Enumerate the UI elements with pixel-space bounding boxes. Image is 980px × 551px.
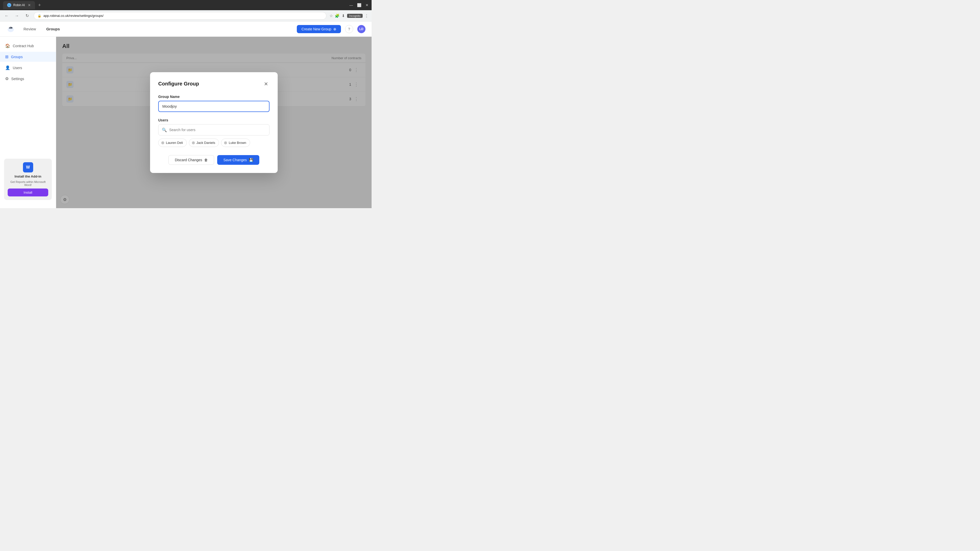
search-input-wrapper: 🔍 bbox=[158, 124, 269, 135]
close-icon[interactable]: ✕ bbox=[366, 3, 369, 7]
refresh-button[interactable]: ↻ bbox=[24, 12, 30, 19]
sidebar-item-groups[interactable]: ⊞ Groups bbox=[0, 52, 56, 62]
plus-icon: ⊕ bbox=[333, 27, 336, 31]
save-changes-label: Save Changes bbox=[223, 158, 247, 162]
create-new-group-label: Create New Group bbox=[301, 27, 331, 31]
users-icon: 👤 bbox=[5, 65, 10, 70]
users-label: Users bbox=[158, 118, 269, 122]
tab-title: Robin AI bbox=[13, 3, 25, 7]
content-area: All Priva... Number of contracts 📁 0 ⋮ 📁 bbox=[56, 37, 372, 208]
addon-card: W Install the Add-in Get Reports within … bbox=[4, 159, 52, 200]
app-header: Review Groups Create New Group ⊕ ? LD bbox=[0, 21, 372, 37]
app-nav: Review Groups bbox=[21, 26, 62, 32]
user-tag-luke-brown-label: Luke Brown bbox=[229, 141, 246, 144]
minimize-icon[interactable]: — bbox=[349, 3, 353, 7]
active-tab[interactable]: 🐦 Robin AI ✕ bbox=[3, 1, 35, 9]
sidebar-item-users[interactable]: 👤 Users bbox=[0, 63, 56, 73]
groups-icon: ⊞ bbox=[5, 54, 8, 59]
new-tab-button[interactable]: + bbox=[36, 2, 43, 9]
addon-description: Get Reports within Microsoft Word! bbox=[8, 180, 48, 186]
lock-icon: 🔒 bbox=[38, 14, 41, 17]
modal-actions: Discard Changes 🗑 Save Changes 💾 bbox=[158, 155, 269, 165]
create-new-group-button[interactable]: Create New Group ⊕ bbox=[297, 25, 341, 33]
sidebar-item-groups-label: Groups bbox=[11, 55, 23, 59]
group-name-form-group: Group Name bbox=[158, 95, 269, 112]
remove-luke-brown-icon[interactable]: ⊗ bbox=[224, 140, 227, 145]
user-tag-jack-daniels[interactable]: ⊗ Jack Daniels bbox=[189, 138, 219, 147]
help-button[interactable]: ? bbox=[345, 25, 353, 33]
bookmark-icon[interactable]: ☆ bbox=[329, 14, 333, 18]
search-icon: 🔍 bbox=[162, 127, 167, 132]
window-controls: — ⬜ ✕ bbox=[349, 3, 369, 7]
group-name-label: Group Name bbox=[158, 95, 269, 99]
maximize-icon[interactable]: ⬜ bbox=[357, 3, 361, 7]
extensions-icon[interactable]: 🧩 bbox=[335, 14, 340, 18]
address-bar-actions: ☆ 🧩 ⬇ Incognito ⋮ bbox=[329, 14, 369, 18]
sidebar: 🏠 Contract Hub ⊞ Groups 👤 Users ⚙ Settin… bbox=[0, 37, 56, 208]
nav-groups[interactable]: Groups bbox=[44, 26, 62, 32]
user-tag-luke-brown[interactable]: ⊗ Luke Brown bbox=[221, 138, 250, 147]
modal-overlay: Configure Group ✕ Group Name Users 🔍 bbox=[56, 37, 372, 208]
tab-bar: 🐦 Robin AI ✕ + bbox=[3, 1, 347, 9]
nav-review[interactable]: Review bbox=[21, 26, 38, 32]
help-icon: ? bbox=[348, 27, 350, 31]
header-right: Create New Group ⊕ ? LD bbox=[297, 25, 366, 33]
user-tag-lauren-deli[interactable]: ⊗ Lauren Deli bbox=[158, 138, 187, 147]
settings-icon: ⚙ bbox=[5, 76, 9, 81]
user-avatar[interactable]: LD bbox=[357, 25, 366, 33]
address-bar[interactable]: 🔒 app.robinai.co.uk/review/settings/grou… bbox=[34, 12, 326, 20]
address-bar-row: ← → ↻ 🔒 app.robinai.co.uk/review/setting… bbox=[0, 10, 372, 21]
app-logo bbox=[6, 24, 15, 34]
sidebar-item-settings-label: Settings bbox=[11, 77, 24, 81]
download-icon[interactable]: ⬇ bbox=[342, 14, 345, 18]
modal-title: Configure Group bbox=[158, 81, 199, 87]
configure-group-modal: Configure Group ✕ Group Name Users 🔍 bbox=[150, 72, 278, 173]
sidebar-item-users-label: Users bbox=[13, 66, 22, 70]
discard-changes-button[interactable]: Discard Changes 🗑 bbox=[169, 155, 214, 165]
logo-bird-icon bbox=[6, 24, 15, 34]
group-name-input[interactable] bbox=[158, 101, 269, 112]
sidebar-item-contract-hub-label: Contract Hub bbox=[13, 44, 34, 48]
main-layout: 🏠 Contract Hub ⊞ Groups 👤 Users ⚙ Settin… bbox=[0, 37, 372, 208]
forward-button[interactable]: → bbox=[13, 12, 21, 19]
search-users-input[interactable] bbox=[158, 124, 269, 135]
discard-changes-label: Discard Changes bbox=[175, 158, 202, 162]
back-button[interactable]: ← bbox=[3, 12, 10, 19]
user-tag-jack-daniels-label: Jack Daniels bbox=[197, 141, 215, 144]
user-tag-lauren-deli-label: Lauren Deli bbox=[166, 141, 183, 144]
browser-chrome: 🐦 Robin AI ✕ + — ⬜ ✕ bbox=[0, 0, 372, 10]
avatar-initials: LD bbox=[360, 27, 363, 31]
addon-title: Install the Add-in bbox=[14, 175, 41, 178]
remove-lauren-deli-icon[interactable]: ⊗ bbox=[161, 140, 164, 145]
word-icon: W bbox=[23, 162, 33, 172]
addon-section: W Install the Add-in Get Reports within … bbox=[0, 155, 56, 204]
close-tab-icon[interactable]: ✕ bbox=[28, 3, 31, 7]
save-changes-button[interactable]: Save Changes 💾 bbox=[217, 155, 259, 165]
svg-point-1 bbox=[11, 27, 12, 28]
incognito-label: Incognito bbox=[349, 14, 361, 17]
install-addon-button[interactable]: Install bbox=[8, 189, 48, 197]
modal-header: Configure Group ✕ bbox=[158, 80, 269, 87]
sidebar-item-contract-hub[interactable]: 🏠 Contract Hub bbox=[0, 41, 56, 51]
incognito-badge: Incognito bbox=[347, 14, 363, 18]
menu-icon[interactable]: ⋮ bbox=[365, 14, 369, 18]
contract-hub-icon: 🏠 bbox=[5, 43, 10, 48]
user-tags: ⊗ Lauren Deli ⊗ Jack Daniels ⊗ Luke Brow… bbox=[158, 138, 269, 147]
url-text: app.robinai.co.uk/review/settings/groups… bbox=[43, 14, 103, 17]
sidebar-item-settings[interactable]: ⚙ Settings bbox=[0, 74, 56, 84]
modal-close-button[interactable]: ✕ bbox=[262, 80, 269, 87]
trash-icon: 🗑 bbox=[204, 158, 208, 162]
remove-jack-daniels-icon[interactable]: ⊗ bbox=[192, 140, 195, 145]
save-icon: 💾 bbox=[249, 158, 253, 162]
users-form-group: Users 🔍 ⊗ Lauren Deli ⊗ Jack Daniels bbox=[158, 118, 269, 147]
tab-favicon: 🐦 bbox=[7, 3, 11, 7]
